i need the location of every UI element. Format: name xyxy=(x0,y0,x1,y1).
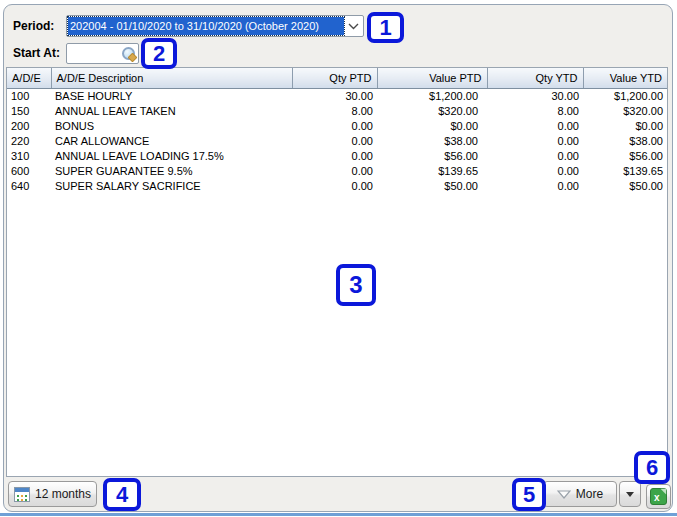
table-cell: 0.00 xyxy=(292,178,377,193)
table-cell: 100 xyxy=(7,88,51,103)
table-cell: $320.00 xyxy=(377,103,487,118)
table-cell: CAR ALLOWANCE xyxy=(51,133,292,148)
table-cell: $56.00 xyxy=(583,148,667,163)
table-body: 100BASE HOURLY30.00$1,200.0030.00$1,200.… xyxy=(7,88,667,193)
period-dropdown[interactable]: 202004 - 01/10/2020 to 31/10/2020 (Octob… xyxy=(66,15,364,37)
start-at-label: Start At: xyxy=(13,46,60,60)
table-cell: 0.00 xyxy=(487,178,583,193)
table-cell: 0.00 xyxy=(487,118,583,133)
table-cell: 0.00 xyxy=(487,148,583,163)
table-cell: ANNUAL LEAVE LOADING 17.5% xyxy=(51,148,292,163)
column-header-value-ptd[interactable]: Value PTD xyxy=(377,68,487,88)
table-cell: $0.00 xyxy=(583,118,667,133)
table-cell: ANNUAL LEAVE TAKEN xyxy=(51,103,292,118)
start-at-input[interactable] xyxy=(68,45,118,62)
table-row[interactable]: 310ANNUAL LEAVE LOADING 17.5%0.00$56.000… xyxy=(7,148,667,163)
table-cell: 8.00 xyxy=(487,103,583,118)
caret-down-icon xyxy=(626,492,634,497)
table-cell: $1,200.00 xyxy=(583,88,667,103)
som-marker-1: 1 xyxy=(367,12,404,43)
table-cell: SUPER GUARANTEE 9.5% xyxy=(51,163,292,178)
column-header-ade[interactable]: A/D/E xyxy=(7,68,51,88)
table-row[interactable]: 220CAR ALLOWANCE0.00$38.000.00$38.00 xyxy=(7,133,667,148)
start-at-field[interactable] xyxy=(66,43,139,64)
table-cell: $50.00 xyxy=(583,178,667,193)
table-cell: $1,200.00 xyxy=(377,88,487,103)
more-dropdown-button[interactable] xyxy=(619,481,641,507)
chevron-down-icon[interactable] xyxy=(344,16,363,36)
som-marker-5: 5 xyxy=(512,478,546,511)
table-cell: $320.00 xyxy=(583,103,667,118)
table-cell: 220 xyxy=(7,133,51,148)
table-cell: 640 xyxy=(7,178,51,193)
table-cell: 150 xyxy=(7,103,51,118)
table-cell: $56.00 xyxy=(377,148,487,163)
table-cell: 310 xyxy=(7,148,51,163)
som-marker-4: 4 xyxy=(103,478,141,511)
table-header-row: A/D/E A/D/E Description Qty PTD Value PT… xyxy=(7,68,667,88)
table-cell: 200 xyxy=(7,118,51,133)
table-cell: 600 xyxy=(7,163,51,178)
table-cell: $0.00 xyxy=(377,118,487,133)
table-cell: $139.65 xyxy=(377,163,487,178)
svg-text:x: x xyxy=(654,492,660,503)
twelve-months-button[interactable]: 12 months xyxy=(8,481,97,507)
calendar-icon xyxy=(14,487,30,502)
table-row[interactable]: 150ANNUAL LEAVE TAKEN8.00$320.008.00$320… xyxy=(7,103,667,118)
table-cell: 0.00 xyxy=(292,148,377,163)
export-excel-button[interactable]: x xyxy=(646,484,671,509)
som-marker-6: 6 xyxy=(634,451,670,484)
som-marker-2: 2 xyxy=(141,38,177,69)
table-cell: 30.00 xyxy=(292,88,377,103)
excel-icon: x xyxy=(650,488,667,505)
table-cell: 0.00 xyxy=(487,133,583,148)
period-selected-value: 202004 - 01/10/2020 to 31/10/2020 (Octob… xyxy=(68,17,344,35)
table-cell: BASE HOURLY xyxy=(51,88,292,103)
ade-summary-window: Period: 202004 - 01/10/2020 to 31/10/202… xyxy=(0,0,677,517)
table-cell: 0.00 xyxy=(292,118,377,133)
table-cell: $38.00 xyxy=(377,133,487,148)
triangle-down-icon xyxy=(557,490,571,499)
column-header-value-ytd[interactable]: Value YTD xyxy=(583,68,667,88)
table-cell: 0.00 xyxy=(487,163,583,178)
column-header-qty-ptd[interactable]: Qty PTD xyxy=(292,68,377,88)
table-cell: $50.00 xyxy=(377,178,487,193)
column-header-qty-ytd[interactable]: Qty YTD xyxy=(487,68,583,88)
table-row[interactable]: 200BONUS0.00$0.000.00$0.00 xyxy=(7,118,667,133)
search-icon[interactable] xyxy=(122,47,135,60)
period-label: Period: xyxy=(13,19,54,33)
table-row[interactable]: 600SUPER GUARANTEE 9.5%0.00$139.650.00$1… xyxy=(7,163,667,178)
table-cell: 0.00 xyxy=(292,133,377,148)
table-cell: 0.00 xyxy=(292,163,377,178)
twelve-months-label: 12 months xyxy=(35,487,91,501)
table-cell: SUPER SALARY SACRIFICE xyxy=(51,178,292,193)
column-header-description[interactable]: A/D/E Description xyxy=(51,68,292,88)
more-label: More xyxy=(576,487,603,501)
parent-window-edge xyxy=(0,513,677,516)
table-row[interactable]: 640SUPER SALARY SACRIFICE0.00$50.000.00$… xyxy=(7,178,667,193)
table-row[interactable]: 100BASE HOURLY30.00$1,200.0030.00$1,200.… xyxy=(7,88,667,103)
table-cell: $38.00 xyxy=(583,133,667,148)
som-marker-3: 3 xyxy=(336,264,376,306)
table-cell: 30.00 xyxy=(487,88,583,103)
table-cell: $139.65 xyxy=(583,163,667,178)
table-cell: BONUS xyxy=(51,118,292,133)
more-button[interactable]: More xyxy=(543,481,617,507)
table-cell: 8.00 xyxy=(292,103,377,118)
